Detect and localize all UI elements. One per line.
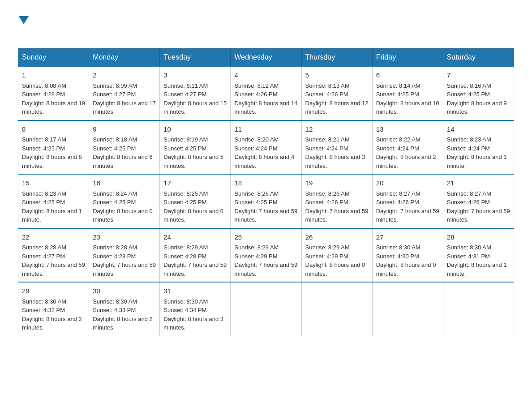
calendar-day-cell: 14Sunrise: 8:23 AMSunset: 4:24 PMDayligh… [443,120,514,175]
day-number: 16 [93,178,156,188]
sunrise-info: Sunrise: 8:24 AM [93,190,137,197]
calendar-day-header: Sunday [18,49,89,67]
daylight-info: Daylight: 7 hours and 59 minutes. [163,261,227,277]
calendar-week-row: 15Sunrise: 8:23 AMSunset: 4:25 PMDayligh… [18,174,514,228]
daylight-info: Daylight: 7 hours and 59 minutes. [447,208,510,223]
day-number: 24 [163,232,227,243]
calendar-day-cell: 25Sunrise: 8:29 AMSunset: 4:29 PMDayligh… [231,228,301,283]
calendar-day-cell: 8Sunrise: 8:17 AMSunset: 4:25 PMDaylight… [18,120,89,175]
calendar-day-cell: 31Sunrise: 8:30 AMSunset: 4:34 PMDayligh… [160,282,231,336]
svg-marker-0 [19,16,29,24]
sunrise-info: Sunrise: 8:12 AM [234,82,279,89]
daylight-info: Daylight: 8 hours and 8 minutes. [22,154,82,169]
calendar-day-cell: 16Sunrise: 8:24 AMSunset: 4:25 PMDayligh… [89,174,160,228]
sunset-info: Sunset: 4:26 PM [305,91,348,98]
daylight-info: Daylight: 8 hours and 2 minutes. [93,316,153,331]
sunset-info: Sunset: 4:32 PM [22,307,65,313]
sunrise-info: Sunrise: 8:08 AM [22,82,66,89]
sunrise-info: Sunrise: 8:30 AM [22,298,66,305]
sunrise-info: Sunrise: 8:17 AM [22,136,66,143]
day-number: 29 [22,286,85,296]
calendar-week-row: 8Sunrise: 8:17 AMSunset: 4:25 PMDaylight… [18,120,514,175]
sunset-info: Sunset: 4:25 PM [93,199,136,206]
sunset-info: Sunset: 4:25 PM [93,145,136,152]
calendar-day-header: Saturday [443,49,514,67]
sunset-info: Sunset: 4:29 PM [305,253,348,260]
sunset-info: Sunset: 4:24 PM [234,145,277,152]
day-number: 28 [447,232,510,243]
sunrise-info: Sunrise: 8:21 AM [305,136,350,143]
day-number: 22 [22,232,85,243]
calendar-day-cell: 17Sunrise: 8:25 AMSunset: 4:25 PMDayligh… [160,174,231,228]
sunset-info: Sunset: 4:28 PM [163,253,206,260]
sunrise-info: Sunrise: 8:27 AM [376,190,420,197]
sunset-info: Sunset: 4:30 PM [376,253,419,260]
daylight-info: Daylight: 7 hours and 59 minutes. [376,208,439,223]
calendar-day-cell: 5Sunrise: 8:13 AMSunset: 4:26 PMDaylight… [301,66,372,120]
sunrise-info: Sunrise: 8:19 AM [163,136,208,143]
calendar-day-header: Thursday [301,49,372,67]
sunset-info: Sunset: 4:25 PM [163,199,206,206]
calendar-day-cell [301,282,372,336]
page-header [18,13,514,39]
daylight-info: Daylight: 7 hours and 59 minutes. [234,208,297,223]
calendar-day-header: Monday [89,49,160,67]
day-number: 14 [447,124,510,135]
sunrise-info: Sunrise: 8:23 AM [447,136,491,143]
calendar-day-cell: 30Sunrise: 8:30 AMSunset: 4:33 PMDayligh… [89,282,160,336]
daylight-info: Daylight: 7 hours and 59 minutes. [22,261,85,277]
sunrise-info: Sunrise: 8:20 AM [234,136,279,143]
day-number: 11 [234,124,297,135]
sunset-info: Sunset: 4:26 PM [305,199,348,206]
sunrise-info: Sunrise: 8:29 AM [163,244,208,251]
day-number: 1 [22,70,85,81]
sunset-info: Sunset: 4:34 PM [163,307,206,313]
sunset-info: Sunset: 4:28 PM [93,253,136,260]
daylight-info: Daylight: 7 hours and 59 minutes. [234,261,297,277]
daylight-info: Daylight: 8 hours and 10 minutes. [376,100,439,116]
sunrise-info: Sunrise: 8:27 AM [447,190,491,197]
sunrise-info: Sunrise: 8:28 AM [22,244,66,251]
sunrise-info: Sunrise: 8:11 AM [163,82,208,89]
day-number: 7 [447,70,510,81]
sunset-info: Sunset: 4:31 PM [447,253,490,260]
daylight-info: Daylight: 8 hours and 17 minutes. [93,100,156,116]
calendar-day-header: Wednesday [231,49,301,67]
day-number: 2 [93,70,156,81]
calendar-day-cell [231,282,301,336]
day-number: 25 [234,232,297,243]
sunset-info: Sunset: 4:27 PM [163,91,206,98]
day-number: 13 [376,124,439,135]
sunset-info: Sunset: 4:28 PM [22,91,65,98]
sunrise-info: Sunrise: 8:25 AM [163,190,208,197]
sunset-info: Sunset: 4:25 PM [22,199,65,206]
calendar-day-cell: 2Sunrise: 8:09 AMSunset: 4:27 PMDaylight… [89,66,160,120]
day-number: 26 [305,232,369,243]
sunrise-info: Sunrise: 8:13 AM [305,82,350,89]
sunset-info: Sunset: 4:25 PM [22,145,65,152]
daylight-info: Daylight: 8 hours and 6 minutes. [93,154,153,169]
calendar-day-cell [372,282,443,336]
sunset-info: Sunset: 4:25 PM [447,91,490,98]
calendar-day-cell: 11Sunrise: 8:20 AMSunset: 4:24 PMDayligh… [231,120,301,175]
calendar-day-cell: 29Sunrise: 8:30 AMSunset: 4:32 PMDayligh… [18,282,89,336]
sunset-info: Sunset: 4:25 PM [163,145,206,152]
calendar-day-cell: 22Sunrise: 8:28 AMSunset: 4:27 PMDayligh… [18,228,89,283]
calendar-day-cell: 19Sunrise: 8:26 AMSunset: 4:26 PMDayligh… [301,174,372,228]
sunset-info: Sunset: 4:24 PM [447,145,490,152]
sunrise-info: Sunrise: 8:14 AM [376,82,420,89]
day-number: 19 [305,178,369,188]
sunrise-info: Sunrise: 8:29 AM [305,244,350,251]
calendar-day-cell: 13Sunrise: 8:22 AMSunset: 4:24 PMDayligh… [372,120,443,175]
sunset-info: Sunset: 4:25 PM [234,199,277,206]
day-number: 15 [22,178,85,188]
sunrise-info: Sunrise: 8:30 AM [163,298,208,305]
sunrise-info: Sunrise: 8:18 AM [93,136,137,143]
day-number: 6 [376,70,439,81]
daylight-info: Daylight: 8 hours and 2 minutes. [22,316,82,331]
day-number: 23 [93,232,156,243]
calendar-day-cell: 20Sunrise: 8:27 AMSunset: 4:26 PMDayligh… [372,174,443,228]
calendar-day-cell: 28Sunrise: 8:30 AMSunset: 4:31 PMDayligh… [443,228,514,283]
sunset-info: Sunset: 4:24 PM [376,145,419,152]
daylight-info: Daylight: 8 hours and 3 minutes. [163,316,223,331]
